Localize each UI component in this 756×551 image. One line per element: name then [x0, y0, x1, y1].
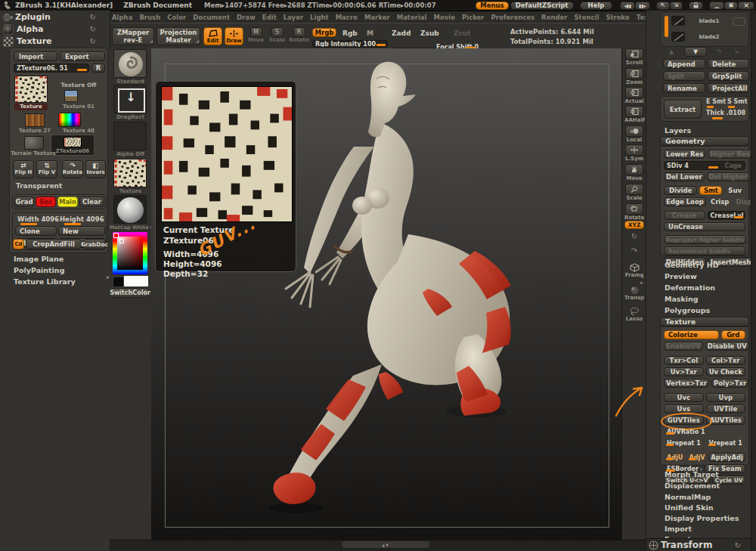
- crease-lvl-slider[interactable]: CreaseLvl 15: [708, 211, 746, 220]
- texture-shelf-thumb[interactable]: [113, 159, 147, 187]
- zplugin-palette-header[interactable]: Zplugin ↻: [0, 11, 110, 23]
- deformation-header[interactable]: Deformation: [665, 283, 715, 292]
- menu-item[interactable]: Alpha: [112, 14, 132, 21]
- suv-toggle[interactable]: Suv: [724, 186, 745, 195]
- texture-section-header[interactable]: Texture: [660, 317, 749, 327]
- append-button[interactable]: Append: [663, 59, 705, 69]
- texture27-thumb[interactable]: [25, 113, 45, 127]
- flip-h-button[interactable]: ⇄ Flip H: [13, 160, 34, 178]
- color-picker[interactable]: [113, 232, 147, 274]
- zplugin-refresh-icon[interactable]: ↻: [90, 13, 96, 21]
- minimize-button[interactable]: ▁: [709, 2, 723, 10]
- display-properties-header[interactable]: Display Properties: [665, 514, 739, 522]
- lower-res-button[interactable]: Lower Res: [664, 150, 705, 159]
- texture27-label[interactable]: Texture 27: [13, 128, 57, 134]
- uvp-button[interactable]: Uvp: [706, 393, 746, 402]
- cd-toggle[interactable]: Cd: [13, 239, 24, 249]
- menu-item[interactable]: Material: [397, 14, 427, 21]
- extract-button[interactable]: Extract: [664, 100, 702, 119]
- s-smt-slider[interactable]: S Smt: [727, 98, 747, 105]
- menu-item[interactable]: Picker: [462, 14, 485, 21]
- transform-palette-header[interactable]: Transform ↻: [646, 538, 751, 551]
- texture-r-button[interactable]: R: [91, 63, 105, 73]
- scale-button[interactable]: S Scale: [268, 27, 287, 45]
- texture40-thumb[interactable]: [58, 113, 81, 127]
- palette-drawer-left-button[interactable]: ⇱: [656, 2, 670, 10]
- import-header[interactable]: Import: [665, 525, 692, 533]
- help-button[interactable]: Help: [580, 2, 613, 10]
- normalmap-header[interactable]: NormalMap: [665, 493, 711, 501]
- zcut-button[interactable]: Zcut: [454, 29, 471, 37]
- delete-button[interactable]: Delete: [708, 59, 749, 69]
- rgb-button[interactable]: Rgb: [342, 29, 358, 37]
- menu-item[interactable]: Movie: [433, 14, 455, 21]
- shelf-rotate-y-button[interactable]: ↻: [627, 232, 642, 240]
- uvc-button[interactable]: Uvc: [664, 393, 704, 402]
- texture40-label[interactable]: Texture 40: [57, 128, 101, 134]
- masking-header[interactable]: Masking: [665, 295, 699, 303]
- menu-item[interactable]: Document: [193, 14, 230, 21]
- morph-target-header[interactable]: Morph Target: [665, 470, 719, 478]
- colorize-toggle[interactable]: Colorize: [664, 330, 719, 339]
- stroke-thumb[interactable]: ↓: [113, 85, 147, 113]
- subtool-scroll-indicator[interactable]: [665, 16, 668, 37]
- texture-slot-label[interactable]: Texture: [14, 104, 48, 110]
- subtool-redo-button[interactable]: ↷: [716, 48, 722, 55]
- rename-button[interactable]: Rename: [663, 83, 705, 93]
- split-button[interactable]: Split: [663, 71, 705, 81]
- subtool1-row[interactable]: blade1: [686, 18, 732, 24]
- geometry-hd-header[interactable]: Geometry HD: [665, 261, 719, 269]
- apply-adj-button[interactable]: ApplyAdj: [708, 453, 745, 462]
- higher-res-button[interactable]: Higher Res: [708, 150, 751, 159]
- uv-check-button[interactable]: Uv Check: [706, 367, 746, 376]
- edit-button[interactable]: Edit: [203, 27, 222, 45]
- menu-item[interactable]: Brush: [139, 14, 160, 21]
- edge-loop-button[interactable]: Edge Loop: [664, 197, 706, 206]
- del-lower-button[interactable]: Del Lower: [664, 172, 705, 181]
- grad-button[interactable]: Grad: [14, 197, 34, 207]
- main-color-swatch-shelf[interactable]: [123, 275, 149, 287]
- m-button[interactable]: M: [367, 29, 373, 37]
- texture-palette-header[interactable]: Texture ↻: [0, 36, 110, 47]
- menu-item[interactable]: Color: [167, 14, 186, 21]
- geometry-header[interactable]: Geometry: [660, 136, 749, 146]
- auvtiles-button[interactable]: AUVTiles: [706, 416, 746, 425]
- current-brush-thumb[interactable]: [113, 49, 147, 78]
- texture-off-label[interactable]: Texture Off: [51, 82, 107, 88]
- menu-item[interactable]: Preferences: [491, 14, 535, 21]
- unified-skin-header[interactable]: Unified Skin: [665, 503, 714, 512]
- shelf-xyz-button[interactable]: XYZ: [624, 221, 644, 229]
- sec-color-swatch[interactable]: Sec: [36, 197, 56, 207]
- shelf-move-button[interactable]: Move: [624, 164, 644, 181]
- switch-color-button[interactable]: SwitchColor: [111, 288, 149, 298]
- mrgb-button[interactable]: Mrgb: [312, 28, 336, 37]
- reconstruct-button[interactable]: Reconstruct Subdiv: [664, 246, 745, 255]
- poly-txr-button[interactable]: Poly>Txr: [711, 379, 748, 388]
- move-button[interactable]: M Move: [246, 27, 265, 45]
- txr-col-button[interactable]: Txr>Col: [664, 356, 704, 365]
- menu-item[interactable]: Macro: [336, 14, 358, 21]
- texture-import-button[interactable]: Import: [14, 51, 57, 61]
- subtool2-row[interactable]: blade2: [686, 34, 732, 40]
- rotate-texture-button[interactable]: ↷ Rotate: [62, 160, 83, 178]
- grd-toggle[interactable]: Grd: [721, 330, 745, 339]
- crease-button[interactable]: Crease: [664, 211, 705, 220]
- shelf-scroll-button[interactable]: Scroll: [624, 48, 644, 66]
- shelf-zoom-button[interactable]: Zoom: [624, 68, 644, 85]
- adjv-slider[interactable]: AdjV: [686, 453, 707, 462]
- terrain-texture-thumb[interactable]: [24, 136, 44, 150]
- main-color-swatch[interactable]: Main: [57, 197, 78, 207]
- texture-export-button[interactable]: Export: [60, 51, 105, 61]
- subtool-branch-button[interactable]: ↳: [734, 48, 740, 55]
- menu-item[interactable]: Draw: [237, 14, 256, 21]
- width-slider[interactable]: Width 4096: [17, 215, 59, 223]
- menu-item[interactable]: Stencil: [575, 14, 600, 21]
- new-button[interactable]: New: [58, 226, 105, 236]
- thick-slider[interactable]: Thick .0108: [706, 110, 745, 116]
- hide-right-tray-button[interactable]: ▮▮▸: [635, 2, 650, 10]
- clear-button[interactable]: Clear: [79, 197, 104, 207]
- current-texture-thumb[interactable]: [14, 76, 48, 103]
- vertex-txr-button[interactable]: Vertex>Txr: [664, 379, 709, 388]
- reproject-button[interactable]: Reproject Higher Subdiv: [664, 235, 746, 244]
- texture-refresh-icon[interactable]: ↻: [90, 37, 96, 45]
